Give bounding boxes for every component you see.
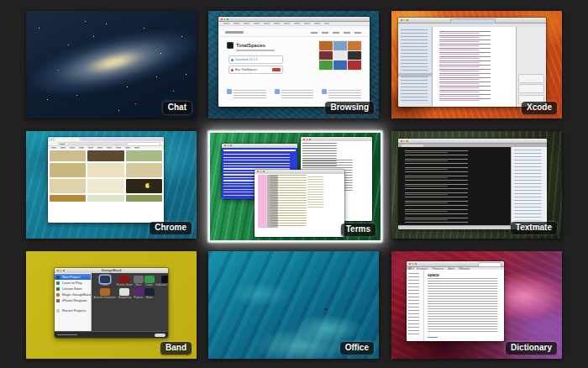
image-results-page bbox=[48, 149, 164, 223]
feature-icon bbox=[275, 89, 280, 94]
screenshot-grid bbox=[318, 40, 362, 71]
space-cell-chrome[interactable]: Chrome bbox=[26, 131, 197, 239]
dictionary-word-list bbox=[407, 270, 424, 341]
bookmarks-bar bbox=[218, 22, 370, 26]
safari-window: TotalSpaces Download v1.1.3 Buy TotalSpa… bbox=[218, 17, 370, 107]
garageband-window: GarageBand New Project Learn to Play Les… bbox=[55, 268, 168, 338]
terminal-log-text bbox=[255, 174, 345, 238]
garageband-sidebar: New Project Learn to Play Lesson Store M… bbox=[55, 273, 92, 332]
chrome-toolbar bbox=[48, 141, 164, 146]
space-label-xcode: Xcode bbox=[522, 102, 557, 114]
sidebar-item-learn-to-play: Learn to Play bbox=[55, 280, 91, 286]
totalspaces-tagline bbox=[236, 50, 275, 51]
space-cell-office[interactable]: Office bbox=[208, 251, 379, 359]
totalspaces-page: TotalSpaces Download v1.1.3 Buy TotalSpa… bbox=[218, 29, 370, 107]
xcode-titlebar bbox=[398, 18, 546, 24]
terminal-window-log bbox=[255, 170, 345, 238]
buy-button: Buy TotalSpaces bbox=[228, 66, 283, 74]
space-cell-xcode[interactable]: Xcode bbox=[391, 11, 562, 118]
lesson-store-icon bbox=[56, 287, 60, 291]
xcode-utility-panel bbox=[516, 27, 546, 107]
acoustic-guitar-icon bbox=[100, 288, 110, 296]
traffic-lights-icon bbox=[221, 18, 223, 20]
space-cell-band[interactable]: GarageBand New Project Learn to Play Les… bbox=[26, 251, 197, 359]
textmate-main-area bbox=[398, 147, 547, 226]
download-button: Download v1.1.3 bbox=[228, 55, 283, 64]
space-label-browsing: Browsing bbox=[325, 102, 374, 114]
traffic-lights-icon bbox=[303, 139, 305, 140]
feature-icon bbox=[322, 89, 327, 94]
electric-guitar-icon bbox=[119, 276, 129, 283]
dictionary-window: All Dictionary Thesaurus Apple Wikipedia… bbox=[407, 261, 504, 341]
moon-image bbox=[126, 179, 162, 193]
iphone-ringtone-icon bbox=[56, 299, 60, 302]
https-lock-icon bbox=[60, 144, 66, 145]
learn-to-play-icon bbox=[56, 281, 60, 285]
dictionary-titlebar bbox=[407, 261, 504, 267]
magic-garageband-icon bbox=[56, 293, 60, 297]
space-label-chrome: Chrome bbox=[150, 222, 192, 234]
loops-icon bbox=[144, 276, 155, 283]
project-movie: Movie bbox=[144, 288, 155, 299]
dictionary-definition-pane: space bbox=[424, 270, 504, 341]
garageband-project-grid: Piano Electric Guitar Voice Loops Keyboa… bbox=[92, 273, 168, 332]
xcode-main-area bbox=[398, 27, 546, 107]
project-electric-guitar: Electric Guitar bbox=[117, 276, 133, 287]
buy-icon bbox=[231, 69, 234, 71]
textmate-dark-editor bbox=[398, 147, 511, 226]
traffic-lights-icon bbox=[257, 171, 259, 172]
project-keyboard-collection: Keyboard Collection bbox=[155, 276, 168, 287]
space-label-band: Band bbox=[160, 342, 192, 355]
headword: space bbox=[428, 272, 501, 277]
boat-speck bbox=[324, 308, 328, 310]
download-icon bbox=[231, 59, 234, 61]
spaces-grid-overview: Chat TotalSpaces Download v1.1.3 bbox=[0, 0, 588, 368]
stars-decoration bbox=[26, 11, 27, 12]
site-nav-links bbox=[311, 32, 363, 34]
textmate-file-browser bbox=[511, 147, 547, 226]
traffic-lights-icon bbox=[224, 145, 226, 146]
feature-columns bbox=[227, 89, 361, 103]
piano-icon bbox=[100, 276, 110, 283]
sidebar-item-lesson-store: Lesson Store bbox=[55, 286, 91, 292]
xcode-status-segment bbox=[450, 18, 496, 24]
dictionary-body: space bbox=[407, 270, 504, 341]
totalspaces-title: TotalSpaces bbox=[236, 43, 265, 48]
space-label-chat: Chat bbox=[163, 102, 192, 114]
feature-icon bbox=[227, 89, 232, 94]
selected-file-row bbox=[398, 73, 432, 76]
podcast-icon bbox=[134, 288, 144, 296]
project-acoustic-instrument: Acoustic Instrument bbox=[93, 288, 115, 299]
sidebar-item-new-project: New Project bbox=[55, 274, 91, 280]
space-cell-textmate[interactable]: Textmate bbox=[391, 131, 562, 239]
open-button bbox=[155, 334, 165, 337]
bottom-bar-option bbox=[57, 334, 77, 336]
space-cell-chat[interactable]: Chat bbox=[26, 11, 197, 118]
xcode-navigator-sidebar bbox=[398, 27, 433, 107]
garageband-body: New Project Learn to Play Lesson Store M… bbox=[55, 273, 168, 332]
sidebar-item-magic-garageband: Magic GarageBand bbox=[55, 292, 91, 297]
project-songwriting: Songwriting bbox=[117, 288, 133, 299]
definition-text bbox=[428, 278, 501, 339]
space-cell-browsing[interactable]: TotalSpaces Download v1.1.3 Buy TotalSpa… bbox=[208, 11, 379, 118]
space-label-terms: Terms bbox=[341, 223, 375, 236]
search-field bbox=[478, 262, 501, 267]
project-loops: Loops bbox=[144, 276, 155, 287]
space-cell-dictionary[interactable]: All Dictionary Thesaurus Apple Wikipedia… bbox=[391, 251, 562, 359]
xcode-code-editor bbox=[433, 27, 515, 107]
project-podcast: Podcast bbox=[134, 288, 144, 299]
space-cell-terms-selected[interactable]: Terms bbox=[208, 131, 382, 242]
price-chip bbox=[272, 68, 281, 71]
movie-icon bbox=[144, 288, 155, 296]
garageband-bottom-bar bbox=[55, 331, 168, 338]
image-grid bbox=[50, 150, 162, 202]
microphone-icon bbox=[134, 276, 144, 283]
xcode-window bbox=[398, 18, 546, 107]
xcode-help-list bbox=[518, 74, 544, 104]
project-piano: Piano bbox=[93, 276, 115, 287]
site-logo bbox=[225, 31, 244, 34]
sidebar-item-recent-projects: Recent Projects bbox=[55, 308, 91, 313]
chrome-window bbox=[48, 137, 164, 223]
space-label-textmate: Textmate bbox=[511, 222, 557, 234]
recent-projects-icon bbox=[56, 309, 60, 313]
